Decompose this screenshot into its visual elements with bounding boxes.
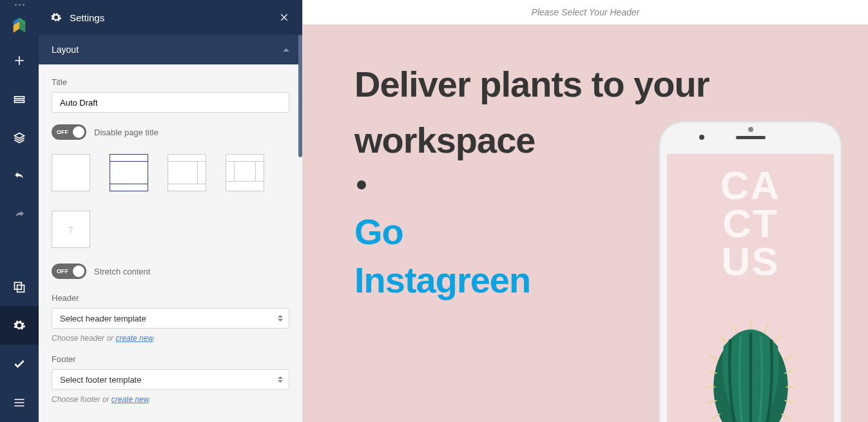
hamburger-icon [13, 396, 26, 409]
header-select[interactable]: Select header template [52, 308, 289, 329]
row-icon [13, 93, 26, 106]
disable-title-toggle[interactable]: OFF [52, 124, 86, 140]
nav-redo[interactable] [0, 196, 39, 235]
header-helper: Choose header or create new. [52, 334, 289, 343]
nav-add[interactable] [0, 41, 39, 80]
phone-camera [699, 135, 704, 140]
svg-rect-2 [15, 282, 22, 289]
phone-sensor [748, 127, 753, 132]
footer-label: Footer [52, 354, 289, 364]
svg-line-11 [784, 354, 793, 360]
plus-icon [13, 54, 26, 67]
nav-layers[interactable] [0, 119, 39, 157]
close-icon [279, 12, 289, 23]
editor-navbar [0, 0, 39, 422]
svg-line-19 [720, 336, 727, 343]
hero-section[interactable]: Deliver plants to your workspace GoInsta… [303, 24, 868, 422]
footer-helper: Choose footer or create new. [52, 395, 289, 404]
drag-handle-icon[interactable] [0, 0, 39, 9]
svg-rect-3 [17, 285, 24, 293]
layout-option-complex[interactable] [226, 154, 264, 191]
svg-rect-0 [15, 97, 24, 99]
header-placeholder[interactable]: Please Select Your Header [303, 0, 868, 24]
logo-icon [10, 16, 28, 34]
layout-option-theme[interactable]: T [52, 211, 90, 248]
page-canvas[interactable]: Please Select Your Header Deliver plants… [303, 0, 868, 422]
gear-icon [13, 319, 26, 332]
stretch-toggle[interactable]: OFF [52, 264, 86, 279]
section-layout-header[interactable]: Layout [39, 35, 302, 64]
gear-icon [50, 12, 62, 23]
footer-create-link[interactable]: create new [111, 395, 149, 404]
svg-rect-1 [15, 101, 24, 102]
nav-row[interactable] [0, 80, 39, 119]
section-title: Layout [52, 44, 79, 55]
header-create-link[interactable]: create new [115, 334, 153, 343]
phone-screen: CA CT US [667, 154, 834, 422]
svg-line-6 [708, 354, 717, 360]
template-icon [13, 280, 26, 293]
layout-option-header-footer[interactable] [110, 154, 148, 191]
panel-title: Settings [70, 12, 104, 23]
layers-icon [13, 131, 26, 144]
toggle-knob [73, 126, 84, 138]
svg-line-20 [774, 336, 781, 343]
nav-undo[interactable] [0, 157, 39, 196]
cactus-illustration [683, 299, 818, 422]
phone-speaker [736, 136, 766, 139]
stretch-label: Stretch content [94, 267, 150, 276]
footer-select[interactable]: Select footer template [52, 369, 289, 390]
scrollbar-thumb[interactable] [298, 35, 302, 157]
close-button[interactable] [278, 11, 291, 24]
check-icon [13, 358, 26, 370]
svg-line-10 [711, 414, 720, 419]
toggle-state: OFF [57, 268, 68, 274]
toggle-knob [73, 265, 84, 277]
nav-menu[interactable] [0, 383, 39, 422]
theme-letter: T [68, 225, 73, 235]
phone-hero-text: CA CT US [667, 167, 834, 281]
caret-up-icon [283, 48, 289, 52]
nav-settings[interactable] [0, 306, 39, 345]
nav-done[interactable] [0, 345, 39, 383]
header-label: Header [52, 293, 289, 303]
redo-icon [13, 209, 26, 222]
app-logo[interactable] [0, 9, 39, 41]
settings-panel: Settings Layout Title OFF Disable page t… [39, 0, 303, 422]
svg-line-15 [781, 414, 790, 419]
title-input[interactable] [52, 92, 289, 113]
toggle-state: OFF [57, 129, 68, 135]
nav-template[interactable] [0, 267, 39, 306]
undo-icon [13, 170, 26, 183]
layout-option-blank[interactable] [52, 154, 90, 191]
svg-line-16 [733, 325, 737, 333]
panel-header: Settings [39, 0, 302, 35]
section-layout-body: Title OFF Disable page title [39, 64, 302, 422]
layout-option-sidebar[interactable] [168, 154, 206, 191]
title-label: Title [52, 77, 289, 87]
phone-mockup: CA CT US [659, 121, 842, 422]
disable-title-label: Disable page title [94, 128, 159, 137]
layout-options: T [52, 154, 289, 248]
hero-dot [357, 180, 366, 189]
svg-line-18 [764, 325, 768, 333]
